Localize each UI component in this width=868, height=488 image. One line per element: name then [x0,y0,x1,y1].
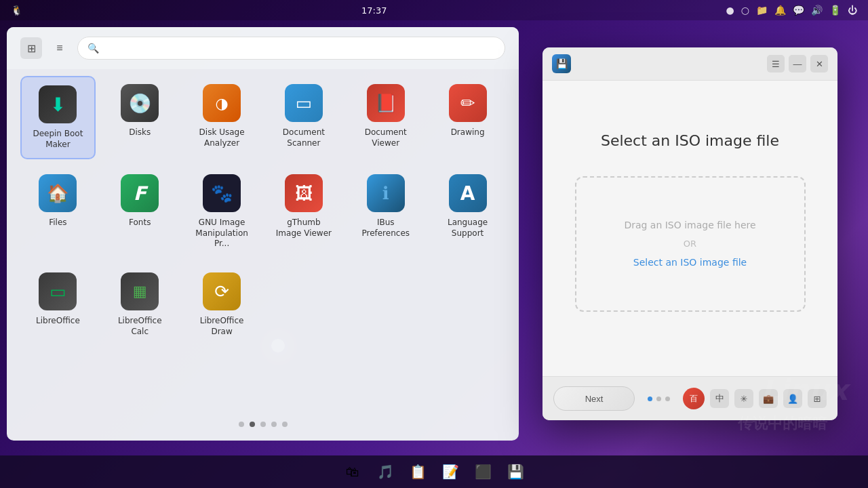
dialog-dot-3 [665,396,670,401]
power-icon[interactable]: ⏻ [848,5,857,16]
dialog-window-controls: ☰ — ✕ [767,55,828,73]
notification-icon[interactable]: 🔔 [774,5,786,16]
app-name-drawing: Drawing [451,127,485,138]
app-name-files: Files [49,218,66,228]
app-item-document-scanner[interactable]: ▭ Document Scanner [267,76,342,159]
drop-text: Drag an ISO image file here [624,220,755,230]
taskbar: 🛍 🎵 📋 📝 ⬛ 💾 [0,455,868,488]
app-item-document-viewer[interactable]: 📕 Document Viewer [348,76,423,159]
disks-icon: 💿 [121,84,159,122]
topbar-clock: 17:37 [361,5,387,16]
taskbar-notes[interactable]: 📝 [437,458,464,485]
briefcase-icon[interactable]: 💼 [759,389,778,408]
taskbar-deepin-store[interactable]: 🛍 [339,458,366,485]
app-name-ibus: IBus Preferences [355,218,416,239]
libreoffice-calc-icon: ▦ [121,272,159,310]
app-name-gthumb: gThumb Image Viewer [273,218,334,239]
footer-icons: 百 中 ✳ 💼 👤 ⊞ [683,388,827,409]
list-view-button[interactable]: ≡ [49,37,71,59]
next-button[interactable]: Next [553,386,635,411]
dialog-dot-2 [656,396,661,401]
app-name-document-viewer: Document Viewer [355,127,416,148]
app-name-fonts: Fonts [129,218,151,228]
app-name-document-scanner: Document Scanner [273,127,334,148]
apps-grid: ⬇ Deepin Boot Maker 💿 Disks ◑ Disk Usage… [7,69,519,415]
page-dot-3[interactable] [260,422,266,427]
app-item-libreoffice-draw[interactable]: ⟳ LibreOffice Draw [184,264,260,345]
app-item-ibus[interactable]: ℹ IBus Preferences [348,166,423,258]
files-app-icon: 🏠 [39,174,77,212]
battery-icon[interactable]: 🔋 [829,5,841,16]
fonts-icon: F [121,174,159,212]
iso-drop-area[interactable]: Drag an ISO image file here OR Select an… [575,176,806,312]
taskbar-music[interactable]: 🎵 [372,458,399,485]
ibus-icon: ℹ [367,174,405,212]
app-name-deepin-boot-maker: Deepin Boot Maker [27,129,88,150]
asterisk-icon[interactable]: ✳ [734,389,753,408]
gimp-icon: 🐾 [203,174,241,212]
app-name-language-support: Language Support [437,218,498,239]
pagination-dots [7,415,519,441]
page-dot-5[interactable] [282,422,288,427]
volume-icon[interactable]: 🔊 [811,5,823,16]
app-name-libreoffice-calc: LibreOffice Calc [109,316,170,337]
dialog-pagination-dots [648,396,670,401]
app-item-disks[interactable]: 💿 Disks [102,76,178,159]
app-name-libreoffice: LibreOffice [36,316,80,327]
app-item-fonts[interactable]: F Fonts [102,166,178,258]
app-item-disk-usage-analyzer[interactable]: ◑ Disk Usage Analyzer [184,76,260,159]
app-item-drawing[interactable]: ✏ Drawing [430,76,505,159]
app-item-language-support[interactable]: A Language Support [430,166,505,258]
document-viewer-icon: 📕 [367,84,405,122]
dialog-close-button[interactable]: ✕ [810,55,828,73]
language-support-icon: A [449,174,487,212]
app-name-disks: Disks [129,127,151,138]
dialog-dot-1 [648,396,652,401]
taskbar-files[interactable]: 📋 [404,458,431,485]
app-item-files[interactable]: 🏠 Files [20,166,96,258]
chat-icon[interactable]: 💬 [793,5,804,16]
app-item-deepin-boot-maker[interactable]: ⬇ Deepin Boot Maker [20,76,96,159]
circle-icon-2: ○ [741,5,749,16]
search-icon: 🔍 [87,43,99,54]
dialog-app-icon: 💾 [552,54,571,73]
files-icon[interactable]: 📁 [756,5,768,16]
deepin-boot-maker-icon: ⬇ [39,85,77,123]
circle-icon-1: ● [726,5,734,16]
dialog-minimize-button[interactable]: — [789,55,806,73]
app-item-libreoffice-calc[interactable]: ▦ LibreOffice Calc [102,264,178,345]
page-dot-1[interactable] [239,422,244,427]
baidu-icon[interactable]: 百 [683,388,705,409]
launcher-toolbar: ⊞ ≡ 🔍 [7,27,519,69]
user-icon[interactable]: 👤 [783,389,802,408]
dialog-titlebar: 💾 ☰ — ✕ [542,47,837,81]
grid-view-button[interactable]: ⊞ [20,37,42,59]
app-name-libreoffice-draw: LibreOffice Draw [191,316,252,337]
dialog-body: Select an ISO image file Drag an ISO ima… [542,81,837,376]
page-dot-4[interactable] [271,422,277,427]
chinese-icon[interactable]: 中 [710,389,729,408]
app-item-gthumb[interactable]: 🖼 gThumb Image Viewer [267,166,342,258]
dialog-menu-button[interactable]: ☰ [767,55,785,73]
deepin-logo-icon[interactable]: 🐧 [11,5,22,16]
page-dot-2[interactable] [250,422,255,427]
dialog-footer: Next 百 中 ✳ 💼 👤 ⊞ [542,376,837,420]
topbar-right: ● ○ 📁 🔔 💬 🔊 🔋 ⏻ [726,5,857,16]
select-iso-link[interactable]: Select an ISO image file [633,257,747,268]
iso-dialog-window: 💾 ☰ — ✕ Select an ISO image file Drag an… [542,47,837,420]
taskbar-boot-maker[interactable]: 💾 [502,458,529,485]
libreoffice-draw-icon: ⟳ [203,272,241,310]
search-input[interactable] [103,43,495,54]
search-bar: 🔍 [77,37,505,60]
topbar: 🐧 17:37 ● ○ 📁 🔔 💬 🔊 🔋 ⏻ [0,0,868,20]
drop-or-text: OR [684,239,696,249]
dialog-heading: Select an ISO image file [601,132,779,149]
app-launcher-window: ⊞ ≡ 🔍 ⬇ Deepin Boot Maker 💿 Disks ◑ Disk… [7,27,519,441]
app-item-libreoffice[interactable]: ▭ LibreOffice [20,264,96,345]
taskbar-terminal[interactable]: ⬛ [469,458,496,485]
app-item-gimp[interactable]: 🐾 GNU Image Manipulation Pr... [184,166,260,258]
document-scanner-icon: ▭ [285,84,323,122]
grid-icon[interactable]: ⊞ [808,389,827,408]
libreoffice-icon: ▭ [39,272,77,310]
gthumb-icon: 🖼 [285,174,323,212]
